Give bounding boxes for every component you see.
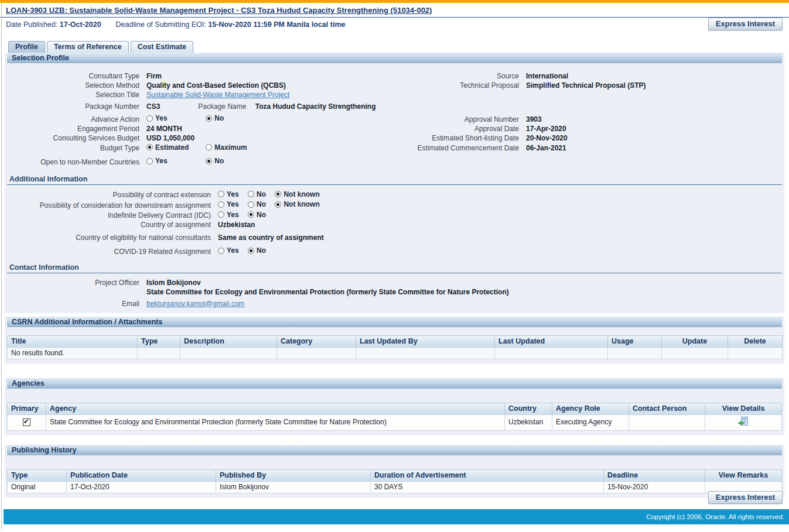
advance-action-yes-radio[interactable]: Yes (146, 114, 204, 123)
downstream-assignment-label: Possibility of consideration for downstr… (5, 201, 218, 210)
col-header-description: Description (180, 335, 277, 347)
project-officer-name: Islom Bokijonov (146, 278, 784, 287)
col-header-title: Title (8, 335, 138, 347)
contract-extension-yes-radio[interactable]: Yes (218, 190, 239, 199)
radio-icon (218, 248, 224, 254)
contract-extension-no-radio[interactable]: No (248, 190, 266, 199)
brand-top-bar (0, 0, 789, 3)
source-label: Source (397, 71, 526, 81)
field-row: Country of assignment Uzbekistan (5, 220, 784, 229)
country-of-assignment-label: Country of assignment (5, 220, 218, 229)
project-officer-organization: State Committee for Ecology and Environm… (146, 287, 784, 297)
package-name-label: Package Name (198, 102, 253, 111)
primary-checkbox[interactable] (23, 418, 30, 426)
source-value: International (526, 71, 784, 81)
package-name-value: Toza Hudud Capacity Strengthening (255, 102, 376, 111)
contract-extension-not-known-radio[interactable]: Not known (275, 190, 319, 199)
engagement-period-value: 24 MONTH (146, 124, 397, 133)
col-header-view-remarks: View Remarks (705, 469, 782, 481)
downstream-not-known-radio[interactable]: Not known (275, 200, 319, 209)
agencies-region: Agencies Primary Agency Country Agency R… (5, 378, 784, 435)
copyright-text: Copyright (c) 2006, Oracle. All rights r… (646, 509, 789, 524)
publishing-history-region: Publishing History Type Publication Date… (5, 445, 784, 498)
advance-action-label: Advance Action (5, 115, 146, 124)
col-header-update: Update (662, 335, 728, 347)
section-header-publishing-history: Publishing History (7, 445, 782, 455)
date-row: Date Published: 17-Oct-2020 Deadline of … (6, 20, 783, 29)
covid19-label: COVID-19 Related Assignment (5, 247, 218, 256)
idc-yes-radio[interactable]: Yes (218, 210, 239, 219)
covid19-yes-radio[interactable]: Yes (218, 246, 239, 255)
field-row: Email bekturganov.kamol@gmail.com (5, 299, 784, 308)
selection-title-link[interactable]: Sustainable Solid-Waste Management Proje… (146, 91, 289, 99)
estimated-commencement-date-label: Estimated Commencement Date (397, 143, 526, 153)
field-row: Open to non-Member Countries Yes No (5, 156, 784, 167)
eoi-deadline-label: Deadline of Submitting EOI: (116, 20, 206, 29)
col-header-type: Type (138, 335, 180, 347)
approval-number-value: 3903 (526, 115, 784, 124)
express-interest-button-top[interactable]: Express Interest (708, 18, 783, 30)
tab-bar: Profile Terms of Reference Cost Estimate (8, 41, 789, 53)
col-header-deadline: Deadline (604, 469, 705, 481)
page-left-edge (1, 3, 2, 529)
consulting-services-budget-label: Consulting Services Budget (5, 133, 146, 143)
idc-no-radio[interactable]: No (248, 210, 266, 219)
contact-information-heading: Contact Information (9, 263, 784, 272)
radio-selected-icon (275, 191, 281, 197)
open-to-non-member-no-radio[interactable]: No (206, 156, 224, 166)
col-header-primary: Primary (8, 403, 46, 414)
radio-selected-icon (248, 211, 254, 218)
field-row: Indefinite Delivery Contract (IDC) Yes N… (5, 210, 784, 221)
tab-profile[interactable]: Profile (8, 41, 45, 53)
col-header-last-updated-by: Last Updated By (356, 335, 495, 347)
col-header-agency: Agency (46, 403, 505, 414)
deadline-cell: 15-Nov-2020 (604, 481, 705, 493)
section-header-selection-profile: Selection Profile (7, 53, 782, 63)
consulting-services-budget-value: USD 1,050,000 (146, 133, 397, 143)
consultant-type-label: Consultant Type (5, 71, 146, 81)
col-header-view-details: View Details (705, 403, 782, 414)
express-interest-button-bottom[interactable]: Express Interest (708, 491, 783, 504)
tab-terms-of-reference[interactable]: Terms of Reference (47, 41, 129, 53)
technical-proposal-value: Simplified Technical Proposal (STP) (526, 81, 784, 90)
publication-date-cell: 17-Oct-2020 (67, 481, 216, 493)
selection-profile-region: Selection Profile Consultant Type Firm S… (5, 53, 784, 313)
col-header-publication-date: Publication Date (67, 469, 216, 481)
downstream-yes-radio[interactable]: Yes (218, 200, 239, 209)
field-row: Project Officer Islom Bokijonov State Co… (5, 278, 784, 297)
package-number-value: CS3 (146, 102, 196, 111)
budget-type-maximum-radio[interactable]: Maximum (206, 143, 247, 152)
tab-cost-estimate[interactable]: Cost Estimate (131, 41, 193, 53)
footer-bar: Copyright (c) 2006, Oracle. All rights r… (4, 509, 789, 524)
radio-icon (146, 115, 153, 122)
publishing-type-cell: Original (8, 481, 67, 493)
email-link[interactable]: bekturganov.kamol@gmail.com (146, 300, 244, 308)
project-officer-label: Project Officer (5, 278, 146, 287)
eoi-deadline-value: 15-Nov-2020 11:59 PM Manila local time (208, 20, 345, 29)
downstream-no-radio[interactable]: No (248, 200, 266, 209)
budget-type-label: Budget Type (5, 143, 146, 153)
published-by-cell: Islom Bokijonov (216, 481, 371, 493)
budget-type-estimated-radio[interactable]: Estimated (146, 143, 204, 152)
covid19-no-radio[interactable]: No (248, 246, 266, 255)
package-number-label: Package Number (5, 102, 146, 111)
field-row: Country of eligibility for national cons… (5, 233, 784, 242)
field-row: Possibility of consideration for downstr… (5, 200, 784, 210)
agency-name-cell: State Committee for Ecology and Environm… (46, 414, 505, 430)
radio-icon (248, 201, 254, 208)
field-row: Selection Method Quality and Cost-Based … (5, 81, 784, 90)
selection-profile-fields: Consultant Type Firm Source Internationa… (5, 63, 784, 168)
section-header-agencies: Agencies (7, 378, 782, 389)
table-row: No results found. (8, 347, 783, 359)
open-to-non-member-yes-radio[interactable]: Yes (146, 156, 204, 166)
consultant-type-value: Firm (146, 71, 397, 81)
view-details-icon[interactable] (738, 416, 749, 428)
publishing-row: Original 17-Oct-2020 Islom Bokijonov 30 … (8, 481, 782, 493)
advance-action-no-radio[interactable]: No (206, 114, 224, 123)
radio-icon (218, 191, 224, 197)
duration-cell: 30 DAYS (371, 481, 604, 493)
attachments-table: Title Type Description Category Last Upd… (7, 335, 783, 359)
agency-role-cell: Executing Agency (552, 414, 629, 430)
field-row: Selection Title Sustainable Solid-Waste … (5, 90, 784, 99)
radio-icon (218, 211, 224, 218)
